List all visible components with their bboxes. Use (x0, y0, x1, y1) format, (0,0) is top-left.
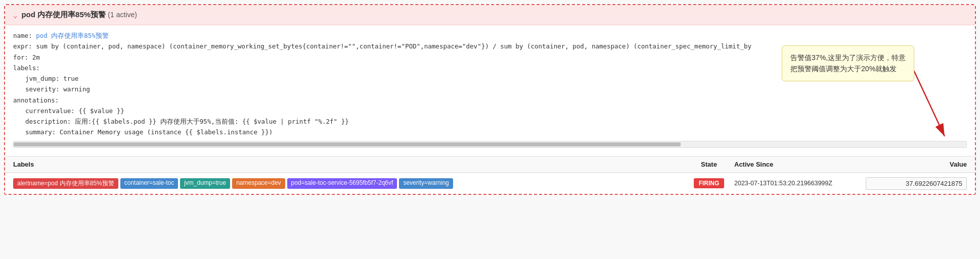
alert-title: pod 内存使用率85%预警 (1 active) (21, 10, 137, 20)
alert-panel: ⌄ pod 内存使用率85%预警 (1 active) name: pod 内存… (4, 4, 976, 195)
ann-currentvalue-key: currentvalue: (25, 107, 75, 115)
horizontal-scrollbar[interactable] (13, 141, 967, 148)
label-severity-line: severity: warning (13, 84, 967, 94)
table-header: Labels State Active Since Value (5, 157, 975, 173)
label-jvm-key: jvm_dump: (25, 75, 60, 82)
labels-cell: alertname=pod 内存使用率85%预警container=sale-t… (13, 178, 684, 189)
table-row: alertname=pod 内存使用率85%预警container=sale-t… (5, 173, 975, 194)
alert-title-text: pod 内存使用率85%预警 (21, 10, 106, 19)
annotations-key-line: annotations: (13, 95, 967, 106)
label-badge: jvm_dump=true (180, 178, 230, 189)
for-value: 2m (32, 54, 40, 61)
ann-description-value: 应用:{{ $labels.pod }} 内存使用大于95%,当前值: {{ $… (75, 118, 349, 125)
label-badge: namespace=dev (232, 178, 285, 189)
scrollbar-thumb[interactable] (14, 142, 681, 146)
label-severity-key: severity: (25, 85, 60, 93)
col-value-header: Value (866, 161, 967, 168)
chevron-down-icon: ⌄ (13, 11, 17, 19)
label-badge: severity=warning (399, 178, 453, 189)
labels-key: labels: (13, 64, 40, 72)
label-severity-value: warning (63, 85, 90, 93)
col-labels-header: Labels (13, 161, 684, 168)
ann-summary-line: summary: Container Memory usage (instanc… (13, 127, 967, 137)
firing-badge: FIRING (694, 178, 725, 188)
expr-key: expr: (13, 42, 32, 50)
state-cell: FIRING (684, 178, 734, 188)
alert-header[interactable]: ⌄ pod 内存使用率85%预警 (1 active) (5, 5, 975, 25)
name-value: pod 内存使用率85%预警 (36, 32, 109, 39)
name-line: name: pod 内存使用率85%预警 (13, 30, 967, 41)
label-jvm-value: true (63, 75, 78, 82)
tooltip-box: 告警值37%,这里为了演示方便，特意 把预警阈值调整为大于20%就触发 (782, 45, 914, 81)
expr-value: sum by (container, pod, namespace) (cont… (36, 42, 751, 50)
label-badge: pod=sale-toc-service-5695fb5f7-2q6vf (287, 178, 397, 189)
value-cell: 37.6922607421875 (866, 177, 967, 190)
ann-currentvalue-line: currentvalue: {{ $value }} (13, 106, 967, 116)
ann-description-line: description: 应用:{{ $labels.pod }} 内存使用大于… (13, 116, 967, 127)
col-active-since-header: Active Since (734, 161, 866, 168)
for-key: for: (13, 54, 28, 61)
label-badge: container=sale-toc (120, 178, 178, 189)
tooltip-text: 告警值37%,这里为了演示方便，特意 把预警阈值调整为大于20%就触发 (790, 54, 906, 73)
alert-body: name: pod 内存使用率85%预警 expr: sum by (conta… (5, 25, 975, 156)
ann-summary-key: summary: (25, 128, 56, 136)
name-key: name: (13, 32, 32, 39)
active-count: (1 active) (108, 11, 137, 19)
label-badge: alertname=pod 内存使用率85%预警 (13, 178, 118, 189)
active-since-cell: 2023-07-13T01:53:20.219663999Z (734, 180, 866, 187)
ann-currentvalue-value: {{ $value }} (78, 107, 124, 115)
col-state-header: State (684, 161, 734, 168)
annotations-key: annotations: (13, 96, 59, 104)
ann-description-key: description: (25, 118, 71, 125)
ann-summary-value: Container Memory usage (instance {{ $lab… (60, 128, 273, 136)
table-section: Labels State Active Since Value alertnam… (5, 156, 975, 194)
